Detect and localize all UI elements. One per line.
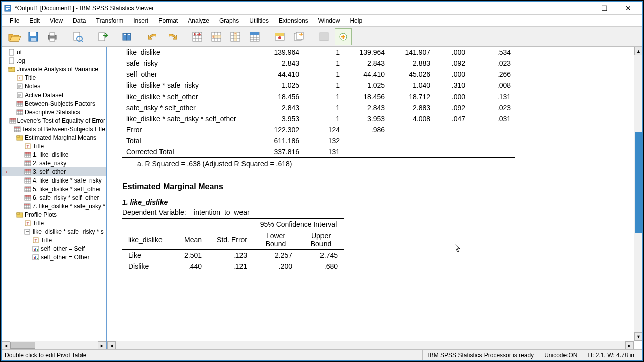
add-button[interactable] (335, 28, 352, 45)
table-icon (9, 117, 16, 124)
svg-text:T: T (19, 76, 21, 80)
menu-utilities[interactable]: Utilities (244, 15, 274, 26)
goto-data-button[interactable] (189, 28, 206, 45)
viewer-pane: like_dislike139.9641139.964141.907.000.5… (107, 47, 642, 349)
designate-window-button[interactable] (290, 28, 307, 45)
emm-table-title: 1. like_dislike (122, 198, 632, 206)
anova-table[interactable]: like_dislike139.9641139.964141.907.000.5… (122, 47, 515, 158)
viewer-hscroll[interactable]: ◄ ► (107, 341, 634, 349)
tree-item[interactable]: 2. safe_risky (2, 159, 106, 167)
scroll-down-icon[interactable]: ▼ (634, 332, 642, 341)
svg-rect-13 (99, 33, 105, 41)
tree-item[interactable]: 7. like_dislike * safe_risky * (2, 202, 106, 210)
svg-rect-120 (17, 213, 20, 214)
svg-rect-2 (6, 8, 10, 9)
goto-case-button[interactable] (208, 28, 225, 45)
tree-item[interactable]: .og (2, 56, 106, 65)
tree-item[interactable]: Notes (2, 82, 106, 90)
tree-label: ut (17, 49, 22, 56)
menu-data[interactable]: Data (68, 15, 91, 26)
outline-hscroll[interactable]: ◄ ► (2, 341, 106, 349)
undo-button[interactable] (144, 28, 162, 45)
save-button[interactable] (25, 28, 42, 45)
status-processor: IBM SPSS Statistics Processor is ready (422, 350, 539, 360)
emm-table[interactable]: 95% Confidence Interval like_dislike Mea… (122, 218, 344, 274)
toolbar (2, 27, 642, 47)
goto-variable-button[interactable] (227, 28, 244, 45)
emm-section-title: Estimated Marginal Means (122, 182, 632, 191)
tree-item[interactable]: Between-Subjects Factors (2, 99, 106, 108)
svg-rect-132 (34, 257, 35, 259)
col-mean: Mean (173, 230, 208, 250)
menu-analyze[interactable]: Analyze (183, 15, 214, 26)
outline-pane[interactable]: ut.ogJnivariate Analysis of VarianceTTit… (2, 47, 107, 349)
tree-item[interactable]: 4. like_dislike * safe_risky (2, 176, 106, 185)
svg-rect-128 (34, 249, 35, 251)
tree-item[interactable]: Tests of Between-Subjects Effe (2, 125, 106, 133)
tree-item[interactable]: 1. like_dislike (2, 150, 106, 159)
menu-insert[interactable]: Insert (128, 15, 153, 26)
tree-item[interactable]: ut (2, 48, 106, 56)
export-button[interactable] (94, 28, 111, 45)
tree-label: 6. safe_risky * self_other (33, 194, 99, 201)
tree-item[interactable]: Active Dataset (2, 90, 106, 99)
maximize-button[interactable]: ☐ (594, 3, 614, 13)
scroll-up-icon[interactable]: ▲ (634, 47, 642, 55)
tree-item[interactable]: Levene's Test of Equality of Error (2, 116, 106, 125)
minimize-button[interactable]: — (570, 3, 590, 13)
tree-label: Estimated Marginal Means (25, 134, 96, 141)
tree-item[interactable]: Profile Plots (2, 210, 106, 219)
folder-minus-icon (24, 228, 32, 235)
select-last-button[interactable] (271, 28, 288, 45)
tree-item[interactable]: 6. safe_risky * self_other (2, 193, 106, 202)
scroll-left-icon[interactable]: ◄ (107, 341, 116, 349)
tree-item[interactable]: 5. like_dislike * self_other (2, 185, 106, 193)
folder-icon (8, 66, 16, 73)
scroll-right-icon[interactable]: ► (625, 341, 634, 349)
print-preview-button[interactable] (69, 28, 86, 45)
outline-tree[interactable]: ut.ogJnivariate Analysis of VarianceTTit… (2, 47, 106, 341)
tree-label: self_other = Self (41, 245, 85, 252)
scroll-thumb[interactable] (635, 132, 642, 233)
open-button[interactable] (6, 28, 23, 45)
titlebar[interactable]: *Output1 [Document1] - IBM SPSS Statisti… (2, 2, 642, 15)
viewer-vscroll[interactable]: ▲ ▼ (634, 47, 642, 341)
menu-window[interactable]: Window (313, 15, 345, 26)
scroll-right-icon[interactable]: ► (98, 341, 106, 349)
menu-help[interactable]: Help (345, 15, 367, 26)
close-button[interactable]: ✕ (618, 3, 638, 13)
tree-label: 2. safe_risky (33, 160, 66, 167)
scroll-thumb[interactable] (10, 342, 35, 349)
viewer-content[interactable]: like_dislike139.9641139.964141.907.000.5… (107, 47, 642, 349)
recall-dialog-button[interactable] (119, 28, 136, 45)
tree-item[interactable]: TTitle (2, 236, 106, 244)
window-controls: — ☐ ✕ (570, 3, 638, 13)
tree-item[interactable]: self_other = Self (2, 244, 106, 253)
menu-format[interactable]: Format (153, 15, 183, 26)
tree-item[interactable]: TTitle (2, 219, 106, 227)
menu-edit[interactable]: Edit (24, 15, 45, 26)
tree-item[interactable]: TTitle (2, 73, 106, 82)
col-se: Std. Error (208, 230, 253, 250)
print-button[interactable] (44, 28, 61, 45)
svg-rect-106 (25, 187, 31, 188)
tree-item[interactable]: Jnivariate Analysis of Variance (2, 65, 106, 73)
tree-item[interactable]: Estimated Marginal Means (2, 133, 106, 142)
redo-button[interactable] (164, 28, 181, 45)
menu-transform[interactable]: Transform (91, 15, 128, 26)
scroll-left-icon[interactable]: ◄ (2, 341, 10, 349)
tree-item[interactable]: like_dislike * safe_risky * s (2, 227, 106, 236)
menu-file[interactable]: File (5, 15, 24, 26)
svg-rect-60 (17, 110, 23, 111)
tree-item[interactable]: self_other = Other (2, 253, 106, 261)
menu-extensions[interactable]: Extensions (274, 15, 313, 26)
svg-text:T: T (27, 221, 29, 226)
menu-view[interactable]: View (45, 15, 68, 26)
tree-item[interactable]: TTitle (2, 142, 106, 150)
menu-graphs[interactable]: Graphs (214, 15, 244, 26)
variables-button[interactable] (246, 28, 263, 45)
tree-item[interactable]: Descriptive Statistics (2, 108, 106, 116)
tree-item[interactable]: →3. self_other (2, 167, 106, 176)
svg-rect-22 (212, 35, 221, 38)
show-hidden-button[interactable] (315, 28, 333, 45)
